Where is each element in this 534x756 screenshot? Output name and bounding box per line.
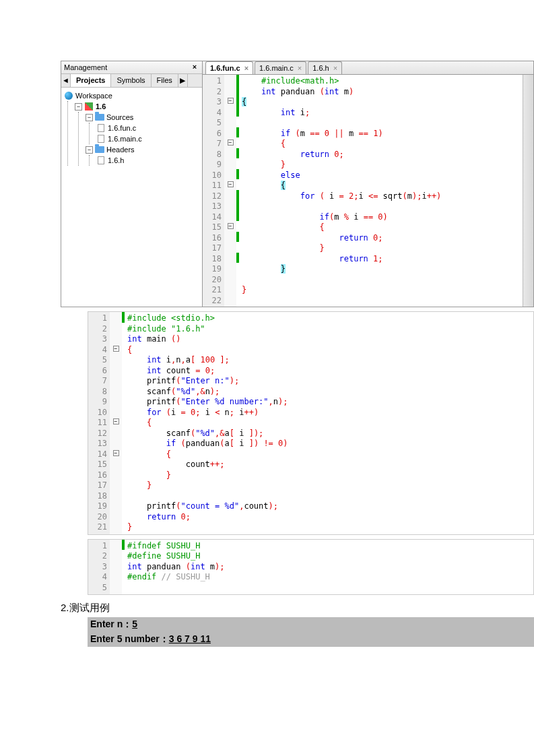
- vertical-scrollbar[interactable]: [523, 75, 533, 307]
- file-icon: [96, 134, 106, 144]
- code-content[interactable]: #include<math.h> int panduan (int m){ in…: [239, 75, 523, 307]
- fold-toggle[interactable]: −: [113, 346, 119, 352]
- editor-tab-main[interactable]: 1.6.main.c ×: [255, 61, 306, 74]
- collapse-icon[interactable]: −: [75, 103, 82, 111]
- collapse-icon[interactable]: −: [86, 146, 93, 154]
- editor-tab-fun[interactable]: 1.6.fun.c ×: [205, 61, 253, 74]
- code-editor-3[interactable]: 12345 #ifndef SUSHU_H#define SUSHU_Hint …: [88, 539, 534, 596]
- line-gutter: 123456789101112131415161718192021: [88, 312, 110, 534]
- code-content[interactable]: #ifndef SUSHU_H#define SUSHU_Hint pandua…: [125, 540, 533, 595]
- fold-toggle[interactable]: −: [113, 450, 119, 456]
- line-gutter: 12345678910111213141516171819202122: [203, 75, 224, 307]
- fold-column: −−−−: [224, 75, 236, 307]
- test-row: Enter n：5: [88, 617, 534, 632]
- management-header: Management ×: [61, 61, 202, 74]
- file-icon: [96, 123, 106, 133]
- file-icon: [96, 156, 106, 165]
- folder-icon: [95, 145, 104, 154]
- project-icon: [84, 102, 94, 111]
- tab-scroll-right[interactable]: ▶: [178, 74, 188, 87]
- close-icon[interactable]: ×: [333, 64, 337, 72]
- tree-workspace[interactable]: Workspace: [64, 90, 199, 101]
- tree-sources[interactable]: − Sources: [86, 112, 199, 123]
- fold-toggle[interactable]: −: [228, 98, 234, 104]
- tab-symbols[interactable]: Symbols: [111, 74, 151, 87]
- tree-file[interactable]: 1.6.fun.c: [96, 123, 199, 133]
- fold-column: −−−: [110, 312, 122, 534]
- globe-icon: [64, 91, 73, 100]
- management-panel: Management × ◄ Projects Symbols Files ▶ …: [61, 61, 203, 307]
- management-title: Management: [64, 63, 190, 71]
- editor-tabs: 1.6.fun.c × 1.6.main.c × 1.6.h ×: [203, 61, 533, 75]
- editor-tab-h[interactable]: 1.6.h ×: [308, 61, 342, 74]
- collapse-icon[interactable]: −: [86, 114, 93, 121]
- section-title: 2.测试用例: [61, 602, 534, 615]
- fold-column: [110, 540, 122, 595]
- tree-file[interactable]: 1.6.main.c: [96, 133, 199, 144]
- management-tabs: ◄ Projects Symbols Files ▶: [61, 74, 202, 88]
- project-tree: Workspace − 1.6 − Sources: [61, 88, 202, 307]
- tree-project[interactable]: − 1.6: [75, 101, 199, 112]
- close-icon[interactable]: ×: [190, 63, 199, 72]
- code-editor-1[interactable]: 12345678910111213141516171819202122 −−−−…: [203, 75, 533, 307]
- code-content[interactable]: #include <stdio.h>#include "1.6.h"int ma…: [125, 312, 533, 534]
- ide-window: Management × ◄ Projects Symbols Files ▶ …: [61, 61, 534, 307]
- fold-toggle[interactable]: −: [228, 139, 234, 146]
- test-row: Enter 5 number：3 6 7 9 11: [88, 632, 534, 647]
- close-icon[interactable]: ×: [244, 64, 248, 72]
- close-icon[interactable]: ×: [298, 64, 302, 72]
- tree-headers[interactable]: − Headers: [86, 144, 199, 155]
- test-case-table: Enter n：5 Enter 5 number：3 6 7 9 11: [88, 617, 534, 647]
- folder-icon: [95, 113, 104, 122]
- line-gutter: 12345: [88, 540, 110, 595]
- tab-files[interactable]: Files: [152, 74, 178, 87]
- tree-file[interactable]: 1.6.h: [96, 155, 199, 166]
- tab-projects[interactable]: Projects: [71, 74, 111, 87]
- fold-toggle[interactable]: −: [228, 223, 234, 229]
- editor-area: 1.6.fun.c × 1.6.main.c × 1.6.h × 1234567…: [203, 61, 533, 307]
- fold-toggle[interactable]: −: [228, 181, 234, 187]
- fold-toggle[interactable]: −: [113, 418, 119, 424]
- tab-scroll-left[interactable]: ◄: [61, 74, 71, 87]
- code-editor-2[interactable]: 123456789101112131415161718192021 −−− #i…: [88, 311, 534, 535]
